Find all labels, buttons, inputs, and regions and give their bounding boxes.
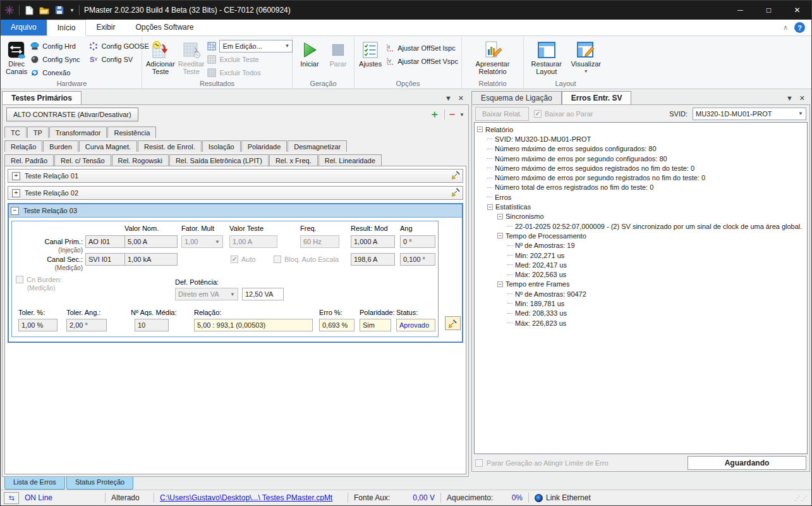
tree-collapse-icon[interactable]: − [487, 204, 493, 210]
tab-ensaio[interactable]: Resist. de Enrol. [138, 140, 202, 152]
tab-relacao[interactable]: Rel. Padrão [4, 154, 54, 166]
tree-collapse-icon[interactable]: − [497, 214, 503, 219]
toler-ang-field[interactable]: 2,00 ° [66, 319, 107, 331]
file-path-link[interactable]: C:\Users\Gustavo\Desktop\...\ Testes PMa… [160, 493, 342, 502]
apresentar-relatorio-button[interactable]: Apresentar Relatório [470, 38, 516, 77]
tab-inicio[interactable]: Início [47, 20, 87, 36]
tree-item[interactable]: Min: 189,781 us [475, 299, 807, 308]
tree-item[interactable]: Med: 208,333 us [475, 309, 807, 318]
tree-item[interactable]: Número máximo de erros por segundo regis… [475, 173, 807, 182]
dock-tab[interactable]: Lista de Erros [4, 477, 65, 490]
dock-tab[interactable]: Status Proteção [66, 477, 133, 490]
tab-ensaio[interactable]: Relação [4, 140, 42, 152]
bloq-auto-escala-row[interactable]: Bloq. Auto Escala [274, 256, 339, 263]
adicionar-teste-button[interactable]: Adicionar Teste [145, 38, 176, 77]
tab-ensaio[interactable]: Burden [43, 140, 78, 152]
iniciar-button[interactable]: Iniciar [296, 38, 324, 69]
excluir-teste-button[interactable]: Excluir Teste [207, 53, 293, 65]
tab-tipo[interactable]: Resistência [107, 126, 156, 138]
tab-ensaio[interactable]: Curva Magnet. [79, 140, 137, 152]
broom-button[interactable] [445, 316, 461, 330]
tree-item[interactable]: Máx: 226,823 us [475, 318, 807, 328]
tab-erros-entr-sv[interactable]: Erros Entr. SV [562, 91, 632, 104]
tree-item[interactable]: Med: 202,417 us [475, 260, 807, 269]
tree-collapse-icon[interactable]: − [497, 233, 503, 238]
baixar-ao-parar-checkbox[interactable]: ✓ [534, 110, 542, 118]
alto-contraste-button[interactable]: ALTO CONTRASTE (Ativar/Desativar) [6, 108, 138, 121]
open-folder-icon[interactable] [39, 5, 49, 15]
tab-tipo[interactable]: TC [4, 126, 27, 138]
tree-item[interactable]: Nº de Amostras: 90472 [475, 289, 807, 299]
tree-item[interactable]: SVID: MU320-1D-MU01-PROT [475, 134, 807, 144]
tree-collapse-icon[interactable]: − [477, 126, 483, 132]
toler-field[interactable]: 1,00 % [18, 319, 58, 331]
def-potencia-combobox[interactable]: Direto em VA ▼ [175, 288, 238, 300]
auto-checkbox[interactable]: ✓ [231, 256, 238, 263]
tree-collapse-icon[interactable]: − [497, 281, 503, 287]
broom-icon[interactable] [451, 187, 461, 199]
config-hrd-button[interactable]: Config Hrd [30, 40, 80, 52]
tree-item[interactable]: Número máximo de erros seguidos registra… [475, 163, 807, 173]
valor-nom-sec-field[interactable]: 1,00 kA [124, 253, 178, 266]
excluir-todos-button[interactable]: Excluir Todos [207, 66, 293, 78]
help-icon[interactable]: ? [794, 22, 805, 33]
tree-item[interactable]: − Relatório [475, 125, 807, 134]
tree-item[interactable]: Nº de Amostras: 19 [475, 241, 807, 250]
bloq-auto-escala-checkbox[interactable] [274, 256, 281, 263]
test-row-1[interactable]: + Teste Relação 01 [8, 169, 463, 183]
collapse-icon[interactable]: − [11, 207, 19, 215]
connection-arrows-icon[interactable]: ⇆ [4, 492, 19, 504]
ajustes-button[interactable]: Ajustes [358, 38, 383, 69]
visualizar-button[interactable]: Visualizar ▼ [567, 38, 604, 77]
resize-grip[interactable]: ⋰⋰ [794, 495, 808, 502]
config-sv-button[interactable]: SV Config SV [89, 53, 149, 65]
tab-exibir[interactable]: Exibir [86, 20, 125, 35]
tree-item[interactable]: Min: 202,271 us [475, 250, 807, 260]
config-goose-button[interactable]: Config GOOSE [89, 40, 149, 52]
tree-item[interactable]: Máx: 202,563 us [475, 269, 807, 279]
cn-burden-row[interactable]: Cn Burden: [16, 276, 62, 283]
valor-nom-prim-field[interactable]: 5,00 A [124, 235, 178, 248]
minimize-button[interactable]: ─ [726, 1, 754, 20]
pane-dropdown-icon[interactable]: ▼ [445, 94, 452, 102]
expand-icon[interactable]: + [12, 189, 20, 197]
pane-close-icon[interactable]: ✕ [799, 94, 805, 102]
tab-ensaio[interactable]: Isolação [202, 140, 241, 152]
conexao-button[interactable]: Conexão [30, 66, 80, 78]
tab-ensaio[interactable]: Desmagnetizar [288, 140, 347, 152]
tree-item[interactable]: Número total de erros registrados no fim… [475, 183, 807, 192]
maximize-button[interactable]: □ [754, 1, 783, 20]
pane-dropdown-icon[interactable]: ▼ [786, 94, 793, 102]
config-sync-button[interactable]: Config Sync [30, 53, 80, 65]
tree-item[interactable]: Erros [475, 192, 807, 202]
def-potencia-valor-field[interactable]: 12,50 VA [242, 288, 284, 300]
expand-icon[interactable]: + [12, 172, 20, 180]
tree-item[interactable]: − Estatísticas [475, 202, 807, 211]
svid-combobox[interactable]: MU320-1D-MU01-PROT ▼ [693, 108, 806, 120]
cn-burden-checkbox[interactable] [16, 276, 23, 283]
aqs-media-field[interactable]: 10 [135, 319, 169, 331]
tab-arquivo[interactable]: Arquivo [1, 20, 47, 35]
tab-relacao[interactable]: Rel. Rogowski [112, 154, 169, 166]
direc-canais-button[interactable]: Direc Canais [5, 38, 28, 77]
tab-ensaio[interactable]: Polaridade [241, 140, 288, 152]
save-icon[interactable] [54, 5, 64, 15]
tab-relacao[interactable]: Rel. Linearidade [318, 154, 382, 166]
test-row-3-header[interactable]: − Teste Relação 03 [9, 204, 462, 218]
restaurar-layout-button[interactable]: Restaurar Layout [527, 38, 566, 77]
auto-checkbox-row[interactable]: ✓ Auto [231, 256, 256, 263]
tree-item[interactable]: 22-01-2025 02:52:07,000009 - (2) SV sinc… [475, 221, 807, 231]
ajustar-offset-ispc-button[interactable]: I Ajustar OffSet Ispc [385, 42, 458, 54]
parar-button[interactable]: Parar [325, 38, 351, 69]
reeditar-teste-button[interactable]: Reeditar Teste [178, 38, 205, 77]
tab-opcoes-software[interactable]: Opções Software [125, 20, 203, 35]
resultados-filter-combobox[interactable]: Em Edição... ▼ [219, 40, 293, 52]
remove-dropdown-icon[interactable]: ▼ [459, 112, 464, 118]
tree-item[interactable]: Número máximo de erros por segundo confi… [475, 154, 807, 163]
pane-close-icon[interactable]: ✕ [458, 94, 464, 102]
tab-testes-primarios[interactable]: Testes Primários [2, 91, 82, 104]
tree-item[interactable]: Número máximo de erros seguidos configur… [475, 144, 807, 154]
tab-relacao[interactable]: Rel. Saída Eletrônica (LPIT) [169, 154, 269, 166]
new-document-icon[interactable] [24, 5, 34, 15]
tab-esquema-ligacao[interactable]: Esquema de Ligação [471, 91, 562, 104]
